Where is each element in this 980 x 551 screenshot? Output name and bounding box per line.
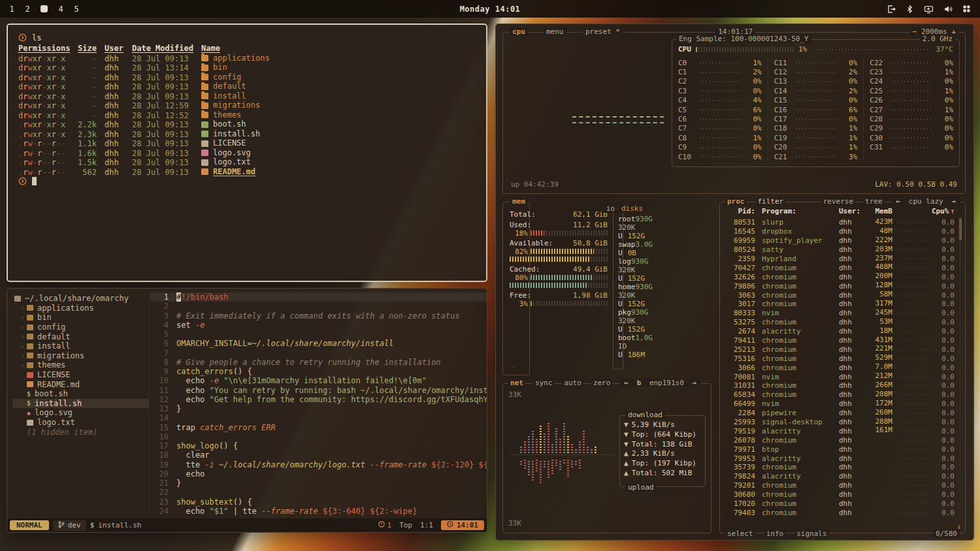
- header-cpu[interactable]: Cpu%: [929, 207, 949, 215]
- process-row[interactable]: 79411 chromium dhh 237M 0.0: [725, 336, 955, 345]
- process-scrollbar[interactable]: [959, 218, 962, 521]
- file-owner: dhh: [105, 111, 132, 121]
- tree-item[interactable]: › bin: [12, 313, 149, 323]
- process-row[interactable]: 32626 chromium dhh 440M 0.0: [725, 272, 955, 281]
- header-program[interactable]: Program:: [762, 207, 839, 215]
- tree-item[interactable]: logo.txt: [12, 418, 149, 428]
- process-row[interactable]: 2674 alacritty dhh 203M 0.0: [725, 327, 955, 336]
- file-date: 28 Jul 09:13: [132, 158, 201, 168]
- core-row: C27 1%: [870, 105, 953, 114]
- process-row[interactable]: 80531 slurp dhh 87M 0.0: [725, 218, 955, 227]
- code-line: 11 echo "You can retry by running: bash …: [150, 386, 487, 395]
- process-row[interactable]: 3063 chromium dhh 473M 0.0: [725, 291, 955, 300]
- tree-item[interactable]: › config: [12, 323, 149, 332]
- tree-item-icon: $: [27, 391, 31, 397]
- workspace-button[interactable]: 5: [74, 5, 79, 14]
- logout-icon[interactable]: [887, 5, 896, 14]
- process-row[interactable]: 3017 chromium dhh 423M 0.0: [725, 300, 955, 309]
- workspace-button[interactable]: 2: [25, 5, 30, 14]
- volume-icon[interactable]: [943, 5, 953, 14]
- net-sync-toggle[interactable]: sync: [533, 379, 555, 387]
- process-row[interactable]: 75316 chromium dhh 200M 0.0: [725, 354, 955, 363]
- workspace-button[interactable]: 4: [58, 5, 63, 14]
- process-row[interactable]: 79519 alacritty dhh 221M 0.0: [725, 426, 955, 435]
- process-row[interactable]: 70081 nvim dhh 58M 0.0: [725, 372, 955, 381]
- interval-decrease-button[interactable]: −: [913, 27, 917, 36]
- process-row[interactable]: 79824 alacritty dhh 208M 0.0: [725, 472, 955, 481]
- tree-item[interactable]: ◆ logo.svg: [12, 408, 149, 418]
- tree-item[interactable]: ~/.local/share/omarchy: [12, 294, 149, 304]
- process-row[interactable]: 17020 chromium dhh 288M 0.0: [725, 499, 955, 509]
- proc-select-button[interactable]: select: [725, 529, 755, 538]
- editor-window[interactable]: ~/.local/share/omarchy › applications › …: [7, 288, 487, 533]
- tree-item[interactable]: $ install.sh: [12, 399, 149, 409]
- header-pid[interactable]: Pid:: [725, 207, 755, 215]
- proc-info-button[interactable]: info: [764, 529, 786, 538]
- tree-item[interactable]: › default: [12, 332, 149, 341]
- net-interface-selector[interactable]: ← b enp191s0 →: [620, 379, 700, 387]
- process-row[interactable]: 79971 btop dhh 7.0M 0.0: [725, 445, 955, 454]
- process-row[interactable]: 65834 chromium dhh 245M 0.0: [725, 390, 955, 400]
- apps-grid-icon[interactable]: [962, 5, 971, 13]
- menu-button[interactable]: menu: [544, 27, 566, 36]
- core-id: C7: [678, 124, 696, 133]
- proc-tree-toggle[interactable]: tree: [863, 197, 885, 206]
- editor-buffer[interactable]: 1 #!/bin/bash 2 3 # Exit immediately if …: [150, 289, 487, 518]
- process-row[interactable]: 16545 dropbox dhh 423M 0.0: [725, 227, 955, 236]
- cpu-panel-title[interactable]: cpu: [510, 27, 528, 36]
- net-panel-title[interactable]: net: [508, 379, 525, 387]
- process-row[interactable]: 79201 chromium dhh 172M 0.0: [725, 481, 955, 490]
- process-row[interactable]: 26078 chromium dhh 529M 0.0: [725, 435, 955, 445]
- net-auto-toggle[interactable]: auto: [562, 379, 583, 387]
- process-row[interactable]: 25213 chromium dhh 488M 0.0: [725, 345, 955, 354]
- tree-item[interactable]: (1 hidden item): [12, 427, 149, 437]
- process-row[interactable]: 80333 nvim dhh 48M 0.0: [725, 309, 955, 318]
- process-row[interactable]: 53275 chromium dhh 222M 0.0: [725, 318, 955, 327]
- workspace-button[interactable]: 1: [9, 5, 14, 14]
- core-id: C13: [774, 77, 792, 86]
- prompt-line[interactable]: [18, 176, 476, 186]
- proc-sort-selector[interactable]: ← cpu lazy →: [892, 197, 960, 206]
- mem-panel-title[interactable]: mem: [510, 197, 528, 206]
- leader-dots: [794, 127, 838, 131]
- process-row[interactable]: 2359 Hyprland dhh 352M 0.0: [725, 255, 955, 264]
- tree-item[interactable]: › applications: [12, 304, 149, 313]
- process-row[interactable]: 79953 alacritty dhh 212M 0.0: [725, 454, 955, 463]
- code-text: show_logo() {: [176, 441, 238, 450]
- terminal-window[interactable]: ls Permissions Size User Date Modified N…: [7, 24, 487, 282]
- btop-window[interactable]: cpu menu preset * 14:01:17 − 2000ms + En…: [495, 24, 974, 541]
- tree-item[interactable]: LICENSE: [12, 370, 149, 380]
- bluetooth-icon[interactable]: [906, 5, 914, 14]
- preset-button[interactable]: preset *: [583, 27, 623, 36]
- header-memory[interactable]: MemB: [865, 207, 892, 215]
- memory-stat-label: Cached:: [510, 265, 540, 274]
- process-row[interactable]: 66499 nvim dhh 53M 0.0: [725, 400, 955, 409]
- io-toggle[interactable]: io: [604, 204, 617, 213]
- tree-item[interactable]: $ boot.sh: [12, 389, 149, 399]
- proc-reverse-toggle[interactable]: reverse: [821, 197, 855, 206]
- tree-item[interactable]: › install: [12, 341, 149, 351]
- process-row[interactable]: 25993 signal-desktop dhh 431M 0.0: [725, 418, 955, 427]
- net-zero-toggle[interactable]: zero: [591, 379, 613, 387]
- proc-signals-button[interactable]: signals: [794, 529, 828, 538]
- header-user[interactable]: User:: [839, 207, 865, 215]
- tree-item[interactable]: README.md: [12, 379, 149, 389]
- process-row[interactable]: 69959 spotify_player dhh 79M 0.0: [725, 236, 955, 245]
- screencast-icon[interactable]: [924, 5, 934, 14]
- proc-filter-button[interactable]: filter: [756, 197, 786, 206]
- process-row[interactable]: 35739 chromium dhh 266M 0.0: [725, 463, 955, 472]
- process-row[interactable]: 3066 chromium dhh 128M 0.0: [725, 363, 955, 372]
- process-row[interactable]: 30680 chromium dhh 260M 0.0: [725, 490, 955, 499]
- tree-item[interactable]: › migrations: [12, 351, 149, 361]
- process-row[interactable]: 79403 chromium dhh 161M 0.0: [725, 509, 955, 518]
- proc-panel-title[interactable]: proc: [725, 197, 747, 206]
- process-row[interactable]: 31031 chromium dhh 317M 0.0: [725, 381, 955, 390]
- process-row[interactable]: 79806 chromium dhh 202M 0.0: [725, 281, 955, 291]
- process-row[interactable]: 2284 pipewire dhh 18M 0.0: [725, 409, 955, 418]
- process-row[interactable]: 70427 chromium dhh 228M 0.0: [725, 263, 955, 272]
- process-row[interactable]: 80524 satty dhh 23M 0.0: [725, 245, 955, 255]
- disks-title[interactable]: disks: [619, 204, 645, 213]
- process-memory: 161M: [865, 426, 892, 521]
- tree-item[interactable]: › themes: [12, 360, 149, 370]
- workspace-button[interactable]: 3: [41, 5, 48, 12]
